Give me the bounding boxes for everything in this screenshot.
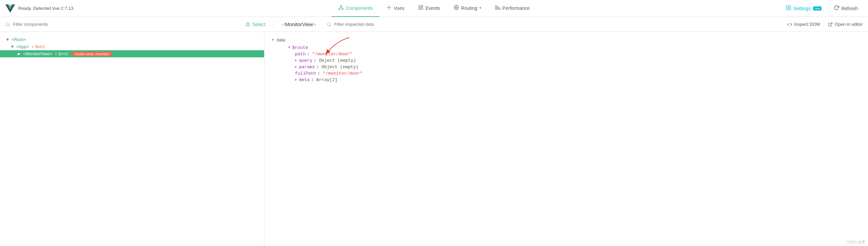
tree-monitor-view[interactable]: ► <MonitorView> = $vm0 router-view: /mon… [0,50,264,57]
params-collapse-icon[interactable]: ► [295,65,297,69]
nav-events[interactable]: Events [411,0,447,17]
data-section-label: data [277,37,285,42]
route-key: $route [292,45,308,50]
root-tag: <Root> [12,37,26,42]
component-name-display: <MonitorView> [279,21,319,27]
svg-line-4 [341,6,343,8]
refresh-icon [834,5,839,12]
routing-icon [454,5,459,12]
divider [274,21,274,28]
inspector-panel: ▼ data ▼ $route path : "/moni [264,32,868,246]
routing-label: Routing [461,5,477,11]
route-row[interactable]: ▼ $route [271,44,861,51]
svg-rect-13 [499,7,500,9]
nav-components[interactable]: Components [332,0,379,17]
vuex-icon [386,5,392,12]
main-content: ▼ <Root> ▼ <App> = $vm1 ► <MonitorView> … [0,32,868,246]
components-icon [338,5,344,12]
path-value: "/monitor/door" [312,52,352,57]
fullpath-row: fullPath : "/monitor/door" [271,70,861,77]
component-tree: ▼ <Root> ▼ <App> = $vm1 ► <MonitorView> … [0,32,264,246]
watermark: CSDN @奥 [846,240,865,245]
filter-data-input[interactable] [334,22,402,27]
path-key: path [295,52,305,57]
svg-point-19 [327,22,330,25]
meta-key: meta [299,77,310,82]
svg-point-16 [6,22,9,25]
inspect-dom-button[interactable]: Inspect DOM [787,22,820,27]
refresh-label: Refresh [841,6,858,11]
nav-settings[interactable]: Settings new [781,0,826,17]
second-bar: Select <MonitorView> Inspect DOM Open in [0,17,868,32]
svg-line-21 [830,22,832,24]
data-triangle-icon: ▼ [271,38,275,42]
svg-point-0 [340,5,342,6]
query-collapse-icon[interactable]: ► [295,59,297,62]
query-key: query [299,58,312,63]
svg-point-2 [342,8,343,10]
meta-collapse-icon[interactable]: ► [295,78,297,82]
path-colon: : [307,52,312,57]
inspect-dom-icon [787,22,792,27]
events-label: Events [426,5,440,11]
nav-routing[interactable]: Routing ▾ [447,0,488,17]
app-tag: <App> [16,44,29,49]
svg-point-5 [388,7,390,8]
ready-text: Ready. Detected Vue 2.7.13. [18,6,75,11]
select-button[interactable]: Select [243,20,268,29]
svg-rect-12 [497,6,498,10]
select-label: Select [252,22,265,27]
app-vm-ref: = $vm1 [32,44,45,49]
nav-center: Components Vuex Events [332,0,536,17]
nav-right: Settings new Refresh [781,0,863,17]
nav-performance[interactable]: Performance [488,0,536,17]
nav-vuex[interactable]: Vuex [379,0,411,17]
monitor-vm-ref: = $vm0 [55,52,68,56]
open-editor-label: Open in editor [835,22,863,27]
meta-colon: : [311,77,316,82]
meta-row[interactable]: ► meta : Array[2] [271,77,861,83]
nav-refresh[interactable]: Refresh [829,0,863,17]
svg-marker-18 [246,22,250,26]
svg-point-1 [339,8,340,10]
second-bar-right: Inspect DOM Open in editor [787,22,863,27]
component-name-text: MonitorView [285,21,313,27]
svg-rect-6 [419,5,420,7]
params-row[interactable]: ► params : Object (empty) [271,64,861,70]
open-editor-button[interactable]: Open in editor [828,22,863,27]
tree-root[interactable]: ▼ <Root> [0,36,264,43]
second-bar-center: Select <MonitorView> [243,20,402,29]
settings-badge: new [813,6,822,11]
svg-point-15 [788,7,789,8]
settings-label: Settings [793,6,811,11]
svg-line-20 [330,25,331,26]
fullpath-value: "/monitor/door" [323,71,362,76]
vuex-label: Vuex [394,5,404,11]
open-bracket: < [282,21,285,27]
components-label: Components [346,5,373,11]
query-row[interactable]: ► query : Object (empty) [271,57,861,64]
query-value: Object (empty) [319,58,356,63]
meta-value: Array[2] [316,77,337,82]
query-colon: : [314,58,319,63]
filter-search-icon [5,22,10,27]
params-key: params [299,64,315,70]
path-row: path : "/monitor/door" [271,51,861,57]
filter-data-search-icon [327,22,332,27]
route-row-container: ▼ $route [271,44,861,51]
performance-icon [495,5,500,12]
svg-rect-14 [787,6,791,10]
filter-data-area [327,22,402,27]
performance-label: Performance [502,5,530,11]
router-badge: router-view: /monitor [72,52,112,56]
routing-chevron-icon: ▾ [479,6,481,10]
route-collapse-icon[interactable]: ▼ [288,46,290,50]
filter-components-input[interactable] [13,22,101,27]
filter-area [5,22,134,27]
fullpath-colon: : [317,71,323,76]
app-toggle-icon: ▼ [10,44,15,49]
logo-area: Ready. Detected Vue 2.7.13. [5,4,94,13]
params-colon: : [316,64,322,70]
tree-app[interactable]: ▼ <App> = $vm1 [0,43,264,50]
fullpath-key: fullPath [295,71,316,76]
